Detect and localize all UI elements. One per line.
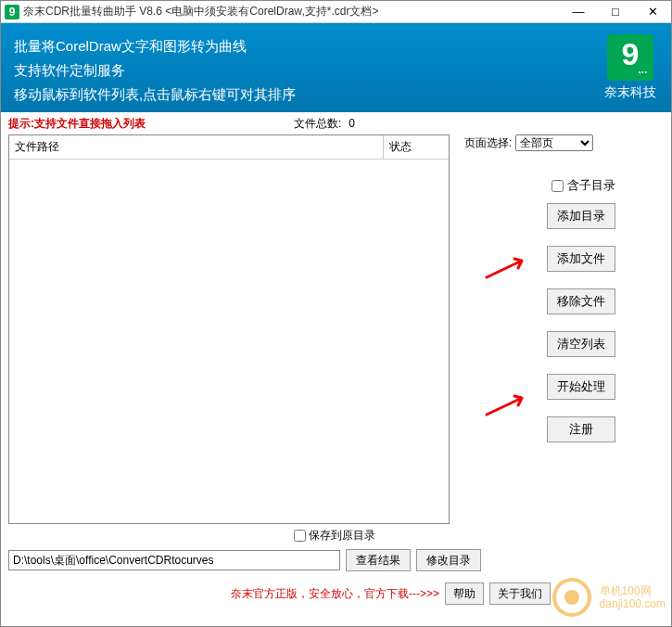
header-line2: 支持软件定制服务	[14, 58, 602, 83]
save-orig-row: 保存到原目录	[1, 524, 671, 547]
main-area: 文件路径 状态 页面选择: 全部页 含子目录 添加目录 添加文件 移除文件 清空…	[1, 134, 671, 524]
register-button[interactable]: 注册	[547, 416, 615, 442]
header-banner: 批量将CorelDraw文字和图形转为曲线 支持软件定制服务 移动鼠标到软件列表…	[1, 23, 671, 112]
table-header: 文件路径 状态	[9, 135, 449, 160]
help-button[interactable]: 帮助	[445, 582, 484, 605]
page-select-row: 页面选择: 全部页	[464, 134, 664, 151]
add-file-button[interactable]: 添加文件	[547, 246, 615, 272]
header-line1: 批量将CorelDraw文字和图形转为曲线	[14, 34, 602, 58]
titlebar: 9 奈末CDR批量转曲助手 V8.6 <电脑中须安装有CorelDraw,支持*…	[1, 1, 671, 23]
annotation-arrow-icon	[485, 392, 531, 416]
start-process-button[interactable]: 开始处理	[547, 374, 615, 400]
output-path-row: 查看结果 修改目录	[1, 547, 671, 579]
include-subdir-row: 含子目录	[464, 177, 664, 194]
maximize-button[interactable]: □	[597, 1, 634, 23]
logo-icon: 9 •••	[607, 34, 653, 81]
page-select-dropdown[interactable]: 全部页	[515, 134, 593, 151]
include-subdir-label: 含子目录	[567, 178, 615, 192]
page-select-label: 页面选择:	[464, 135, 512, 151]
right-panel: 页面选择: 全部页 含子目录 添加目录 添加文件 移除文件 清空列表 开始处理 …	[450, 134, 664, 524]
header-line3: 移动鼠标到软件列表,点击鼠标右键可对其排序	[14, 83, 602, 107]
hint-row: 提示:支持文件直接拖入列表 文件总数: 0	[1, 112, 671, 134]
save-to-orig-checkbox[interactable]	[294, 530, 306, 542]
clear-list-button[interactable]: 清空列表	[547, 331, 615, 357]
file-count-label: 文件总数:	[294, 116, 341, 132]
window-title: 奈末CDR批量转曲助手 V8.6 <电脑中须安装有CorelDraw,支持*.c…	[23, 4, 560, 19]
logo-area: 9 ••• 奈末科技	[602, 34, 658, 101]
include-subdir-checkbox[interactable]	[552, 180, 564, 192]
hint-text: 提示:支持文件直接拖入列表	[8, 116, 231, 132]
remove-file-button[interactable]: 移除文件	[547, 288, 615, 314]
footer-row: 奈末官方正版，安全放心，官方下载--->>> 帮助 关于我们	[1, 579, 671, 612]
minimize-button[interactable]: —	[560, 1, 597, 23]
about-button[interactable]: 关于我们	[489, 582, 551, 605]
output-path-input[interactable]	[8, 550, 340, 570]
file-count-value: 0	[349, 117, 355, 130]
modify-dir-button[interactable]: 修改目录	[416, 549, 481, 571]
close-button[interactable]: ✕	[634, 1, 671, 23]
logo-label: 奈末科技	[602, 84, 658, 101]
save-to-orig-label: 保存到原目录	[309, 529, 375, 542]
column-status[interactable]: 状态	[384, 135, 449, 159]
window-controls: — □ ✕	[560, 1, 671, 23]
header-description: 批量将CorelDraw文字和图形转为曲线 支持软件定制服务 移动鼠标到软件列表…	[14, 34, 602, 101]
column-path[interactable]: 文件路径	[9, 135, 384, 159]
add-directory-button[interactable]: 添加目录	[547, 203, 615, 229]
view-result-button[interactable]: 查看结果	[346, 549, 411, 571]
app-icon: 9	[5, 5, 19, 19]
file-list-table[interactable]: 文件路径 状态	[8, 134, 450, 524]
footer-text: 奈末官方正版，安全放心，官方下载--->>>	[231, 586, 439, 602]
annotation-arrow-icon	[485, 255, 531, 279]
